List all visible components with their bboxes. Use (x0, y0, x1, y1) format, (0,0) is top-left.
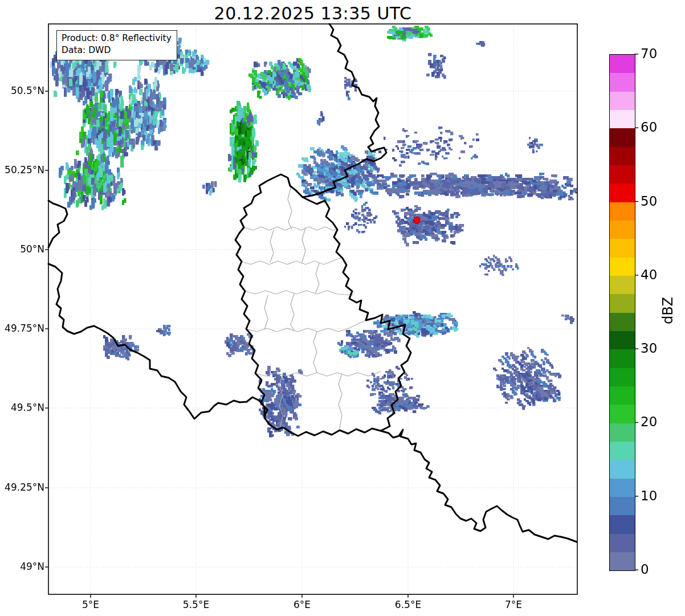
colorbar-segment (610, 552, 635, 570)
colorbar-segment (610, 479, 635, 497)
x-tick-label-2: 6°E (276, 599, 328, 610)
colorbar-tick-label-10: 10 (641, 488, 675, 503)
dbz-colorbar (609, 54, 635, 571)
colorbar-segment (610, 368, 635, 386)
colorbar-segment (610, 276, 635, 294)
radar-reflectivity-canvas (48, 24, 577, 594)
colorbar-segment (610, 147, 635, 165)
colorbar-segment (610, 221, 635, 239)
colorbar-tick-label-70: 70 (641, 46, 675, 61)
colorbar-tick-label-50: 50 (641, 194, 675, 209)
data-source-label: Data: DWD (62, 44, 172, 56)
y-tick-label-6: 49°N (1, 561, 44, 572)
colorbar-segment (610, 405, 635, 423)
radar-site-marker (413, 217, 421, 224)
colorbar-segment (610, 110, 635, 128)
colorbar-segment (610, 55, 635, 73)
y-tick-label-5: 49.25°N (1, 482, 44, 493)
colorbar-tick-label-0: 0 (641, 562, 675, 577)
page-title: 20.12.2025 13:35 UTC (48, 3, 577, 23)
colorbar-tick-label-60: 60 (641, 120, 675, 134)
colorbar-segment (610, 92, 635, 110)
y-tick-label-2: 50°N (1, 243, 44, 255)
x-tick-label-3: 6.5°E (382, 599, 434, 610)
x-tick-label-0: 5°E (65, 599, 116, 610)
colorbar-tick-label-20: 20 (641, 414, 675, 429)
colorbar-segment (610, 442, 635, 460)
colorbar-segment (610, 313, 635, 331)
colorbar-segment (610, 386, 635, 405)
colorbar-segment (610, 73, 635, 91)
x-tick-label-1: 5.5°E (170, 599, 222, 610)
colorbar-segment (610, 294, 635, 312)
colorbar-segment (610, 165, 635, 183)
y-tick-label-0: 50.5°N (1, 85, 44, 96)
product-label: Product: 0.8° Reflectivity (62, 32, 172, 44)
x-tick-label-4: 7°E (488, 599, 539, 610)
colorbar-segment (610, 515, 635, 533)
colorbar-segment (610, 534, 635, 552)
colorbar-segment (610, 202, 635, 221)
colorbar-segment (610, 349, 635, 368)
colorbar-segment (610, 239, 635, 257)
y-tick-label-4: 49.5°N (1, 402, 44, 413)
y-tick-label-3: 49.75°N (1, 323, 44, 334)
radar-map-figure: 20.12.2025 13:35 UTC Product: 0.8° Refle… (0, 0, 685, 616)
colorbar-segment (610, 183, 635, 202)
product-annotation-box: Product: 0.8° Reflectivity Data: DWD (56, 30, 177, 60)
colorbar-tick-label-30: 30 (641, 341, 675, 356)
colorbar-segment (610, 497, 635, 515)
colorbar-tick-label-40: 40 (641, 267, 675, 282)
colorbar-segment (610, 331, 635, 349)
colorbar-segment (610, 460, 635, 478)
colorbar-axis-label: dBZ (660, 287, 676, 334)
colorbar-segment (610, 423, 635, 442)
y-tick-label-1: 50.25°N (1, 164, 44, 176)
colorbar-segment (610, 258, 635, 276)
colorbar-segment (610, 128, 635, 146)
